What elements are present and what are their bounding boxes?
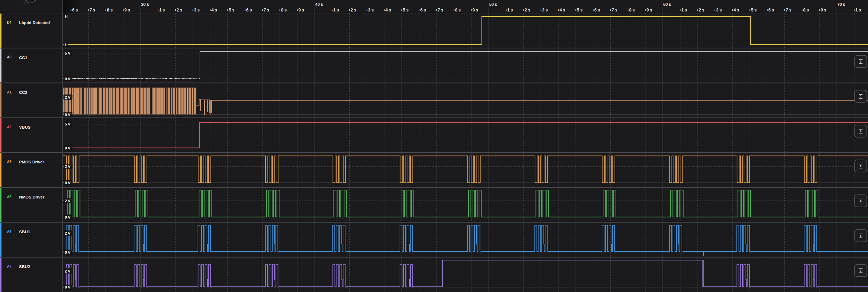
svg-text:SBU2: SBU2 [19,264,30,269]
svg-text:2 V: 2 V [65,164,71,169]
svg-text:+1 s: +1 s [679,8,687,13]
svg-text:+3 s: +3 s [540,8,548,13]
svg-text:30 s: 30 s [141,2,149,7]
svg-text:PMOS Driver: PMOS Driver [19,160,44,164]
svg-text:50 s: 50 s [489,2,497,7]
svg-text:+8 s: +8 s [453,8,461,13]
svg-text:+6 s: +6 s [244,8,252,13]
svg-text:+2 s: +2 s [174,8,182,13]
svg-text:0 V: 0 V [65,146,71,150]
svg-text:70 s: 70 s [837,2,845,7]
svg-text:+2 s: +2 s [348,8,356,13]
svg-text:VBUS: VBUS [19,125,31,130]
svg-text:+5 s: +5 s [226,8,234,13]
svg-text:+3 s: +3 s [366,8,374,13]
svg-text:2 V: 2 V [65,269,71,273]
svg-text:2 V: 2 V [65,95,71,99]
svg-text:+9 s: +9 s [470,8,478,13]
svg-text:+6 s: +6 s [592,8,600,13]
svg-text:+6 s: +6 s [70,8,78,13]
svg-text:+6 s: +6 s [766,8,774,13]
svg-text:0 V: 0 V [65,181,71,185]
svg-text:A6: A6 [7,230,11,234]
svg-text:+5 s: +5 s [575,8,583,13]
svg-text:A5: A5 [7,195,11,199]
svg-text:+5 s: +5 s [749,8,757,13]
svg-text:0 V: 0 V [65,250,71,254]
svg-text:+9 s: +9 s [122,8,130,13]
svg-text:0 V: 0 V [65,215,71,219]
svg-text:+1 s: +1 s [331,8,339,13]
svg-text:CC2: CC2 [19,90,27,95]
svg-text:A1: A1 [7,90,11,94]
svg-text:Liquid Detected: Liquid Detected [19,20,50,25]
svg-text:+7 s: +7 s [783,8,791,13]
svg-text:+6 s: +6 s [418,8,426,13]
svg-text:SBU1: SBU1 [19,229,30,234]
svg-text:+7 s: +7 s [609,8,617,13]
svg-text:0 V: 0 V [65,77,71,81]
svg-text:2 V: 2 V [65,231,71,235]
svg-text:A7: A7 [7,265,11,268]
svg-text:+4 s: +4 s [383,8,391,13]
svg-text:+7 s: +7 s [87,8,95,13]
svg-text:40 s: 40 s [315,2,323,7]
svg-text:0 V: 0 V [65,285,71,289]
svg-text:+7 s: +7 s [261,8,269,13]
svg-text:+9 s: +9 s [818,8,826,13]
svg-text:H: H [65,14,68,18]
svg-text:+1 s: +1 s [853,8,861,13]
svg-text:+9 s: +9 s [644,8,652,13]
svg-text:5 V: 5 V [65,122,71,126]
svg-text:0 V: 0 V [65,113,71,117]
svg-text:+2 s: +2 s [522,8,530,13]
svg-text:+4 s: +4 s [731,8,739,13]
svg-text:+8 s: +8 s [105,8,112,13]
svg-text:+1 s: +1 s [157,8,165,13]
svg-text:+1 s: +1 s [505,8,513,13]
svg-text:A2: A2 [7,125,11,129]
svg-text:+7 s: +7 s [435,8,443,13]
svg-text:+8 s: +8 s [279,8,287,13]
svg-text:A0: A0 [7,55,11,59]
svg-text:L: L [65,43,67,47]
svg-text:+3 s: +3 s [192,8,200,13]
svg-text:+4 s: +4 s [557,8,565,13]
svg-text:+5 s: +5 s [401,8,409,13]
svg-text:60 s: 60 s [663,2,671,7]
svg-text:+8 s: +8 s [801,8,809,13]
svg-text:NMOS Driver: NMOS Driver [19,195,44,200]
svg-text:+4 s: +4 s [209,8,217,13]
svg-text:2 V: 2 V [65,199,71,203]
svg-text:D4: D4 [7,21,11,24]
svg-text:+2 s: +2 s [696,8,704,13]
svg-text:+9 s: +9 s [296,8,304,13]
svg-text:A3: A3 [7,160,11,164]
svg-text:+8 s: +8 s [627,8,635,13]
svg-text:5 V: 5 V [65,51,71,55]
svg-text:+3 s: +3 s [714,8,722,13]
svg-text:CC1: CC1 [19,55,27,60]
